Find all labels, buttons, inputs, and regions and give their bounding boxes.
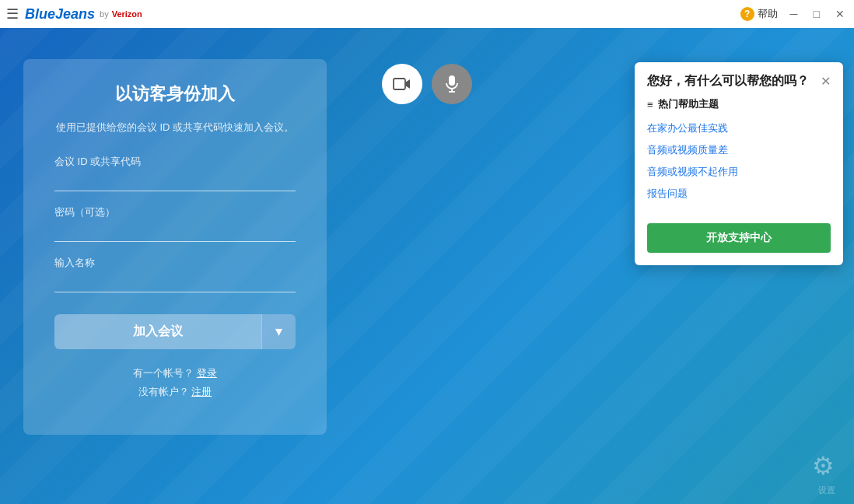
login-line: 有一个帐号？ 登录 bbox=[54, 366, 296, 380]
close-button[interactable]: ✕ bbox=[832, 7, 848, 21]
meeting-id-input[interactable] bbox=[54, 172, 296, 191]
help-panel-section: ≡ 热门帮助主题 在家办公最佳实践 音频或视频质量差 音频或视频不起作用 报告问… bbox=[635, 97, 843, 215]
join-button-row: 加入会议 ▾ bbox=[54, 314, 296, 349]
join-dropdown-button[interactable]: ▾ bbox=[261, 314, 296, 349]
media-controls bbox=[382, 56, 472, 104]
camera-button[interactable] bbox=[382, 64, 422, 104]
help-item-1[interactable]: 音频或视频质量差 bbox=[647, 139, 831, 161]
restore-button[interactable]: □ bbox=[810, 7, 823, 21]
name-group: 输入名称 bbox=[54, 256, 296, 292]
mic-button[interactable] bbox=[432, 64, 472, 104]
have-account-text: 有一个帐号？ bbox=[133, 367, 194, 379]
join-button[interactable]: 加入会议 bbox=[54, 314, 261, 349]
help-panel-title: 您好，有什么可以帮您的吗？ bbox=[647, 73, 809, 89]
password-input[interactable] bbox=[54, 222, 296, 242]
main-background: 以访客身份加入 使用已提供给您的会议 ID 或共享代码快速加入会议。 会议 ID… bbox=[0, 28, 854, 504]
logo-area: BlueJeans by Verizon bbox=[25, 6, 142, 23]
meeting-id-label: 会议 ID 或共享代码 bbox=[54, 155, 296, 169]
logo-by: by bbox=[100, 9, 109, 19]
svg-rect-0 bbox=[394, 79, 405, 89]
form-links: 有一个帐号？ 登录 没有帐户？ 注册 bbox=[54, 366, 296, 399]
hamburger-icon[interactable]: ☰ bbox=[6, 5, 19, 23]
svg-rect-1 bbox=[449, 75, 455, 86]
name-label: 输入名称 bbox=[54, 256, 296, 270]
register-line: 没有帐户？ 注册 bbox=[54, 385, 296, 399]
no-account-text: 没有帐户？ bbox=[138, 386, 189, 397]
help-item-3[interactable]: 报告问题 bbox=[647, 183, 831, 205]
password-label: 密码（可选） bbox=[54, 205, 296, 219]
settings-label: 设置 bbox=[818, 485, 835, 496]
logo-bluejeans: BlueJeans bbox=[25, 6, 95, 23]
name-input[interactable] bbox=[54, 273, 296, 292]
help-label: 帮助 bbox=[758, 7, 778, 21]
minimize-button[interactable]: ─ bbox=[787, 7, 801, 21]
form-card: 以访客身份加入 使用已提供给您的会议 ID 或共享代码快速加入会议。 会议 ID… bbox=[23, 59, 327, 435]
help-panel-close-button[interactable]: ✕ bbox=[821, 75, 831, 88]
titlebar-left: ☰ BlueJeans by Verizon bbox=[6, 5, 142, 23]
form-title: 以访客身份加入 bbox=[54, 82, 296, 106]
help-item-2[interactable]: 音频或视频不起作用 bbox=[647, 161, 831, 183]
help-section-title-text: 热门帮助主题 bbox=[658, 97, 719, 111]
help-panel-header: 您好，有什么可以帮您的吗？ ✕ bbox=[635, 62, 843, 97]
settings-gear-icon[interactable]: ⚙ bbox=[812, 453, 842, 483]
meeting-id-group: 会议 ID 或共享代码 bbox=[54, 155, 296, 191]
settings-area: ⚙ 设置 bbox=[812, 453, 842, 496]
support-center-button[interactable]: 开放支持中心 bbox=[647, 223, 831, 253]
help-section-title: ≡ 热门帮助主题 bbox=[647, 97, 831, 111]
password-group: 密码（可选） bbox=[54, 205, 296, 242]
login-link[interactable]: 登录 bbox=[197, 367, 217, 379]
help-circle-icon: ? bbox=[740, 7, 754, 21]
help-item-0[interactable]: 在家办公最佳实践 bbox=[647, 117, 831, 139]
form-subtitle: 使用已提供给您的会议 ID 或共享代码快速加入会议。 bbox=[54, 120, 296, 136]
help-section-icon: ≡ bbox=[647, 99, 653, 110]
register-link[interactable]: 注册 bbox=[191, 386, 212, 397]
titlebar: ☰ BlueJeans by Verizon ? 帮助 ─ □ ✕ bbox=[0, 0, 854, 28]
logo-verizon: Verizon bbox=[112, 9, 142, 19]
titlebar-right: ? 帮助 ─ □ ✕ bbox=[740, 7, 848, 21]
help-panel: 您好，有什么可以帮您的吗？ ✕ ≡ 热门帮助主题 在家办公最佳实践 音频或视频质… bbox=[635, 62, 843, 265]
help-button[interactable]: ? 帮助 bbox=[740, 7, 778, 21]
